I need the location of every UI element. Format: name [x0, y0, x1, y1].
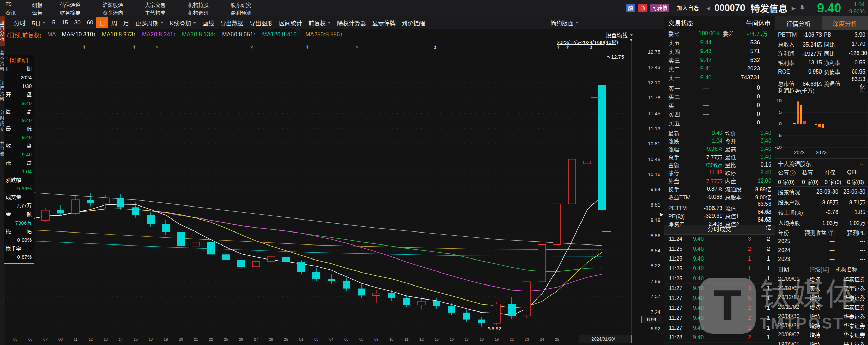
help-icon[interactable]: ?: [790, 170, 796, 176]
svg-text:↖12.75: ↖12.75: [607, 54, 624, 60]
toolbar-item-日[interactable]: 日: [96, 17, 108, 28]
toolbar-item-画线[interactable]: 画线: [199, 17, 217, 28]
price-change: -1.04 -9.96%: [847, 1, 865, 14]
price-tick: 6.92: [651, 326, 660, 331]
menu-item-沪深股通[interactable]: 沪深股通: [103, 1, 145, 8]
toolbar-item-5[interactable]: 5: [49, 18, 58, 27]
info-field-label: 换手率: [6, 244, 32, 253]
toolbar-item-除权计算器[interactable]: 除权计算器: [334, 17, 369, 28]
toolbar-item-分时[interactable]: 分时: [11, 17, 29, 28]
panel-collapse-arrow[interactable]: ▶: [660, 212, 663, 217]
quote-detail-row: 涨幅-9.96%最高9.40: [664, 145, 775, 153]
analysis-tabs: 行情分析深度分析: [775, 16, 868, 30]
sell-level-row: 卖三9.42632: [664, 56, 775, 65]
svg-text:↕: ↕: [433, 45, 437, 50]
toolbar-item-到价提醒[interactable]: 到价提醒: [399, 17, 428, 28]
menu-item-财务摘要[interactable]: 财务摘要: [60, 9, 103, 16]
sell-level-row: 卖五9.44536: [664, 38, 775, 47]
date-tick: 12: [417, 337, 426, 341]
kline-chart[interactable]: ✳✳✳✳✳✳✳✳↕↕↖12.75↖6.92: [5, 40, 632, 334]
toolbar-item-周[interactable]: 周: [108, 17, 120, 28]
info-field-label: 收盘: [6, 142, 32, 150]
buy-level-row: 买四—0: [664, 110, 775, 119]
menu-item-主营构成[interactable]: 主营构成: [145, 9, 188, 16]
alert-bell-icon[interactable]: [800, 5, 805, 12]
menu-item-盈利预测[interactable]: 盈利预测: [231, 9, 279, 16]
menu-item-大宗交易[interactable]: 大宗交易: [145, 1, 188, 8]
toolbar-item-导出数据[interactable]: 导出数据: [217, 17, 246, 28]
svg-text:↕: ↕: [589, 45, 593, 50]
menu-item-估值通道[interactable]: 估值通道: [60, 1, 103, 8]
weicha-value: -74.75万: [741, 29, 771, 38]
ma-label: MA: [47, 31, 56, 38]
menu-item-机构持股[interactable]: 机构持股: [188, 1, 231, 8]
buy-levels: 买一—0买二—0买三—0买四—0买五—0: [664, 84, 775, 128]
add-watchlist-button[interactable]: 加入自选: [673, 3, 702, 13]
toolbar-item-K线叠加[interactable]: K线叠加: [167, 17, 199, 28]
buy-level-row: 买二—0: [664, 92, 775, 101]
toolbar-item-区间统计[interactable]: 区间统计: [276, 17, 305, 28]
tick-row: 11:279.4051: [664, 293, 775, 303]
date-tick: 13: [102, 337, 110, 341]
stock-badge-通[interactable]: 通: [638, 4, 647, 12]
toolbar-item-5日[interactable]: 5日: [29, 17, 49, 28]
forecast-header: 年份预测收益[详]预测PE: [775, 228, 868, 237]
info-field-value: 2024: [6, 73, 32, 82]
menu-item-研报[interactable]: 研报: [32, 1, 60, 8]
tab-行情分析[interactable]: 行情分析: [775, 16, 822, 30]
toolbar-item-前复权[interactable]: 前复权: [305, 17, 334, 28]
toolbar-item-更多周期[interactable]: 更多周期: [132, 17, 167, 28]
quote-detail-row: 涨停11.48跌停9.40: [664, 169, 775, 176]
svg-text:5: 5: [779, 110, 782, 115]
toolbar-item-60[interactable]: 60: [84, 18, 96, 27]
toolbar-item-15[interactable]: 15: [58, 18, 71, 27]
stock-badge-可转债[interactable]: 可转债: [650, 4, 669, 12]
profit-trend-more-button[interactable]: …: [859, 87, 865, 93]
date-tick: 09: [372, 337, 380, 341]
svg-text:✳: ✳: [355, 45, 359, 50]
toolbar-item-导出图形[interactable]: 导出图形: [246, 17, 276, 28]
shareholder-row: 股东户数8.65万8.71万: [775, 197, 868, 207]
stock-badges: 融通可转债: [626, 4, 669, 12]
chart-range-label[interactable]: 2023/12/5-2024/1/30(40根): [557, 38, 618, 45]
toolbar-item-月[interactable]: 月: [120, 17, 132, 28]
info-field-value: -9.96%: [6, 184, 32, 193]
menu-item-股东研究[interactable]: 股东研究: [231, 1, 279, 8]
ohlc-info-box[interactable]: [可拖动]日期20241/30开盘9.40最高9.40最低9.40收盘9.40涨…: [4, 55, 34, 264]
date-tick: 05: [11, 337, 19, 341]
svg-text:✳: ✳: [557, 45, 560, 50]
shareholder-row: 较上期(%)-0.761.85: [775, 207, 868, 217]
next-stock-icon[interactable]: ▶: [792, 5, 796, 11]
menu-item-机构调研[interactable]: 机构调研: [188, 9, 231, 16]
menu-item-资讯[interactable]: 资讯: [5, 9, 32, 16]
date-tick: 14: [117, 337, 125, 341]
info-field-label: 涨跌: [6, 159, 32, 167]
menu-item-公告[interactable]: 公告: [32, 9, 60, 16]
prev-stock-icon[interactable]: ◀: [706, 5, 710, 11]
profit-trend-chart: 1050-5-1020222023: [775, 95, 868, 158]
date-tick: 11: [402, 337, 411, 341]
toolbar-item-显示停牌[interactable]: 显示停牌: [369, 17, 399, 28]
last-price: 9.40: [817, 1, 841, 15]
tick-row: 11:279.4021: [664, 323, 775, 333]
sell-level-row: 卖四9.43571: [664, 47, 775, 56]
menu-item-资金流向[interactable]: 资金流向: [103, 9, 145, 16]
date-tick: 22: [207, 337, 215, 341]
svg-text:10: 10: [777, 98, 782, 103]
quote-detail-row: 总手7.77万最低9.40: [664, 153, 775, 161]
stock-badge-融[interactable]: 融: [626, 4, 635, 12]
svg-text:-10: -10: [775, 145, 782, 150]
stock-name: 特发信息: [751, 1, 788, 15]
price-tick: 12.10: [647, 80, 660, 85]
toolbar-item-30[interactable]: 30: [71, 18, 84, 27]
menu-item-F9[interactable]: F9: [5, 1, 32, 8]
top-holders-more-button[interactable]: …: [859, 160, 865, 167]
date-tick: 20: [177, 337, 185, 341]
analysis-panel: 行情分析深度分析 PETTM-106.73PB3.90总收入35.24亿同比17…: [775, 16, 868, 345]
buy-level-row: 买五—0: [664, 119, 775, 128]
tab-深度分析[interactable]: 深度分析: [822, 16, 868, 30]
side-tab-盘口分析[interactable]: 盘口分析: [0, 16, 5, 46]
layout-switcher[interactable]: 简约版面: [547, 17, 582, 28]
tick-row: 11:279.4021: [664, 303, 775, 313]
rating-row: 20/08/30增持华泰证券: [775, 311, 868, 321]
